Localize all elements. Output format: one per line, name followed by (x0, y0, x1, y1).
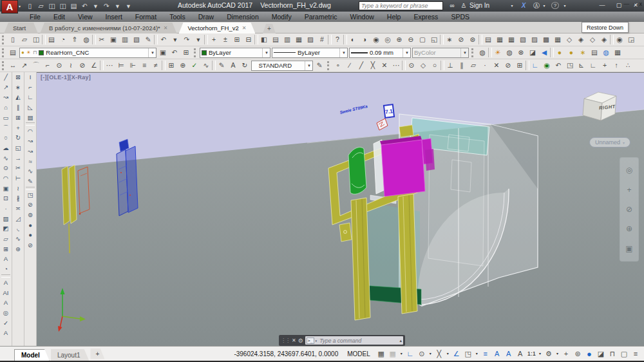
menu-item[interactable]: Edit (47, 12, 71, 22)
ellipse-icon[interactable]: ⊙ (0, 163, 12, 173)
command-line-bar[interactable]: ⋮⋮ ✕ ⚙ >_ ▾ ▴ (279, 335, 405, 346)
sign-in-label[interactable]: Sign In (469, 2, 489, 9)
zoom-out-icon[interactable]: ⊖ (405, 34, 417, 45)
ordinate-dimension-icon[interactable]: ⌐ (42, 60, 53, 71)
construction-line-icon[interactable]: ↗ (0, 82, 12, 93)
menu-item[interactable]: Help (381, 12, 408, 22)
fillet-icon[interactable]: ◟ (12, 224, 24, 234)
quick-dimension-icon[interactable]: ⋯ (104, 60, 115, 71)
distant-light-icon[interactable]: ∗ (577, 47, 589, 58)
sign-in-user-icon[interactable]: ♙ (460, 1, 468, 10)
linetype-combo[interactable]: ByLayer ▼ (272, 48, 348, 58)
make-object-layer-current-icon[interactable]: ▣ (157, 47, 169, 58)
plot-icon[interactable]: ▤ (68, 1, 79, 12)
chamfer-icon[interactable]: ◿ (12, 214, 24, 224)
qat-customize-icon[interactable]: ▾ (123, 1, 134, 12)
view-nw-iso-icon[interactable]: ◈ (598, 34, 610, 45)
save-icon[interactable]: ◫ (46, 1, 57, 12)
sphere-icon[interactable]: ● (24, 220, 36, 231)
new-layout-button[interactable]: + (90, 348, 104, 359)
materials-browser-icon[interactable]: ◪ (527, 47, 538, 58)
polygon-icon[interactable]: ⌂ (0, 102, 12, 113)
undo-dropdown[interactable]: ▾ (169, 34, 181, 45)
ucs-view-icon[interactable]: ∟ (587, 60, 599, 71)
helix-icon[interactable]: ⊘ (24, 240, 36, 251)
pan-icon[interactable]: ∗ (444, 34, 455, 45)
ucs-world-icon[interactable]: ◉ (541, 60, 553, 71)
move-icon[interactable]: + (12, 122, 24, 133)
scale-dropdown[interactable]: ▾ (537, 348, 543, 359)
ucs-previous-icon[interactable]: ↶ (553, 60, 564, 71)
zoom-object-icon[interactable]: ◎ (382, 34, 393, 45)
snap-intersection-icon[interactable]: ╳ (367, 60, 379, 71)
linear-dimension-icon[interactable]: ↔ (7, 60, 19, 71)
sky-background-icon[interactable]: ◍ (504, 47, 515, 58)
spds-plate-icon[interactable]: ▤ (24, 113, 36, 123)
extend-icon[interactable]: ⊢ (12, 173, 24, 184)
snap-nearest-icon[interactable]: ✕ (491, 60, 502, 71)
properties-palette-icon[interactable]: ◧ (258, 34, 270, 45)
temporary-track-point-icon[interactable]: ∘ (332, 60, 344, 71)
baseline-dimension-icon[interactable]: ⊨ (115, 60, 127, 71)
customization-menu-icon[interactable]: ≡ (630, 348, 641, 359)
erase-icon[interactable]: ⊠ (12, 72, 24, 82)
break-at-point-icon[interactable]: ≀ (12, 184, 24, 194)
snap-apparent-intersection-icon[interactable]: ✕ (379, 60, 390, 71)
layout1-tab[interactable]: Layout1 (51, 349, 90, 361)
view-sw-iso-icon[interactable]: ◇ (564, 34, 575, 45)
toolbar-grip[interactable] (471, 48, 475, 57)
view-left-icon[interactable]: ▧ (517, 34, 529, 45)
ucs-icon[interactable]: ∟ (529, 60, 541, 71)
autoscale-icon[interactable]: A (503, 348, 515, 359)
single-line-text-icon[interactable]: A (0, 278, 12, 288)
zoom-window-icon[interactable]: ⊞ (231, 34, 243, 45)
freehand-icon[interactable]: ∿ (24, 166, 36, 176)
snap-midpoint-icon[interactable]: ╱ (355, 60, 367, 71)
command-history-caret-icon[interactable]: ▴ (399, 338, 402, 343)
view-top-icon[interactable]: ▦ (494, 34, 506, 45)
break-icon[interactable]: ∦ (12, 193, 24, 204)
aligned-dimension-icon[interactable]: ↗ (19, 60, 30, 71)
layer-freeze-sun-icon[interactable]: ☀ (26, 50, 31, 55)
multiline-text-icon[interactable]: A (0, 254, 12, 264)
toolbar-grip[interactable] (2, 61, 5, 70)
paste-icon[interactable]: ▥ (119, 34, 131, 45)
menu-item[interactable]: Modify (265, 12, 298, 22)
dimension-style-manager-icon[interactable]: ✎ (314, 60, 325, 71)
batch-plot-icon[interactable]: ◍ (80, 34, 92, 45)
create-camera-icon[interactable]: ◉ (614, 34, 625, 45)
save-as-icon[interactable]: ◫ (57, 1, 68, 12)
redo-dropdown[interactable]: ▾ (193, 34, 204, 45)
copy-icon[interactable]: ∗ (12, 82, 24, 93)
spds-ibeam-icon[interactable]: I (24, 72, 36, 82)
named-views-icon[interactable]: ▤ (482, 34, 494, 45)
render-region-icon[interactable]: ◀ (538, 47, 550, 58)
radius-dimension-icon[interactable]: ⊙ (53, 60, 65, 71)
workspace-dropdown[interactable]: ▾ (554, 348, 560, 359)
open-icon[interactable]: ▱ (35, 1, 46, 12)
dimension-text-edit-icon[interactable]: A (227, 60, 239, 71)
color-combo-caret-icon[interactable]: ▼ (262, 48, 269, 57)
mirror-icon[interactable]: ◭ (12, 92, 24, 102)
layer-previous-icon[interactable]: ↶ (169, 47, 180, 58)
clean-screen-icon[interactable]: ▢ (618, 348, 630, 359)
menu-item[interactable]: Window (343, 12, 380, 22)
redo-icon[interactable]: ↷ (101, 1, 112, 12)
showmotion-icon[interactable]: ▣ (625, 245, 632, 252)
osnap-dropdown[interactable]: ▾ (445, 348, 451, 359)
dimension-edit-icon[interactable]: ✎ (216, 60, 227, 71)
snap-tangent-icon[interactable]: ○ (429, 60, 440, 71)
doc-restore-icon[interactable]: ▫ (633, 1, 635, 7)
blend-curves-icon[interactable]: ∿ (12, 234, 24, 244)
jogged-dimension-icon[interactable]: ≀ (65, 60, 77, 71)
help-dropdown-icon[interactable]: ▾ (562, 1, 568, 10)
arc-icon[interactable]: ⌒ (0, 122, 12, 133)
dimension-update-icon[interactable]: ↻ (239, 60, 251, 71)
open-icon[interactable]: ▱ (19, 34, 30, 45)
snap-insert-icon[interactable]: ▱ (468, 60, 479, 71)
menu-item[interactable]: Tools (163, 12, 192, 22)
lineweight-combo-caret-icon[interactable]: ▼ (402, 48, 409, 57)
command-input-area[interactable]: >_ ▾ ▴ (305, 336, 403, 345)
application-menu-caret-icon[interactable]: ▾ (19, 4, 21, 8)
markup-set-manager-icon[interactable]: ▨ (305, 34, 316, 45)
